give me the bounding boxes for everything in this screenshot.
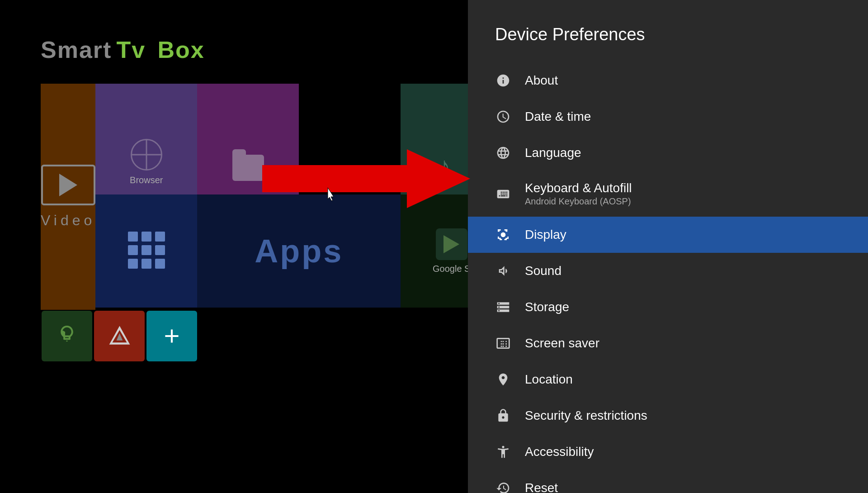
apps-label: Apps <box>255 232 343 270</box>
sidebar-item-location[interactable]: Location <box>468 361 868 398</box>
sound-text: Sound <box>525 264 561 278</box>
tile-browser[interactable]: Browser <box>95 84 197 194</box>
sidebar-item-language[interactable]: Language <box>468 135 868 171</box>
sidebar-item-accessibility[interactable]: Accessibility <box>468 434 868 470</box>
play-icon <box>59 174 77 196</box>
language-text: Language <box>525 146 581 160</box>
arcore-icon <box>107 324 132 349</box>
screensaver-label: Screen saver <box>525 336 599 351</box>
logo-smart: Smart <box>41 37 112 63</box>
location-text: Location <box>525 372 573 387</box>
keyboard-label: Keyboard & Autofill <box>525 181 632 195</box>
main-area: SmartTv Box Video Browser <box>0 0 468 493</box>
sidebar-item-screensaver[interactable]: Screen saver <box>468 325 868 361</box>
accessibility-icon <box>495 444 511 460</box>
display-text: Display <box>525 228 566 242</box>
reset-icon <box>495 480 511 493</box>
tile-apps-large[interactable]: Apps <box>197 194 401 308</box>
about-icon <box>495 72 511 89</box>
sidebar-item-reset[interactable]: Reset <box>468 470 868 493</box>
svg-marker-0 <box>262 149 470 208</box>
logo: SmartTv Box <box>41 36 205 63</box>
keyboard-icon <box>495 186 511 202</box>
apps-grid-icon <box>128 232 165 269</box>
sidebar-item-security[interactable]: Security & restrictions <box>468 398 868 434</box>
col-browser-files: Browser <box>95 84 197 310</box>
storage-icon <box>495 299 511 315</box>
reset-text: Reset <box>525 481 558 493</box>
display-label: Display <box>525 228 566 242</box>
play-triangle <box>443 235 459 253</box>
plus-icon <box>160 325 183 347</box>
tile-lightbulb[interactable] <box>42 311 92 361</box>
lightbulb-icon <box>56 324 78 349</box>
sidebar-title: Device Preferences <box>468 0 868 62</box>
accessibility-label: Accessibility <box>525 445 594 459</box>
folder-icon <box>232 155 264 181</box>
about-text: About <box>525 73 558 88</box>
security-label: Security & restrictions <box>525 408 647 423</box>
display-icon <box>495 227 511 243</box>
reset-label: Reset <box>525 481 558 493</box>
app-row-3 <box>41 310 468 362</box>
language-label: Language <box>525 146 581 160</box>
about-label: About <box>525 73 558 88</box>
red-arrow <box>262 149 470 208</box>
location-icon <box>495 371 511 388</box>
tile-add[interactable] <box>146 311 197 361</box>
browser-label: Browser <box>130 175 163 185</box>
tile-video[interactable]: Video <box>41 84 95 310</box>
logo-tv: Tv <box>116 37 146 63</box>
storage-text: Storage <box>525 300 569 314</box>
storage-label: Storage <box>525 300 569 314</box>
accessibility-text: Accessibility <box>525 445 594 459</box>
keyboard-text: Keyboard & Autofill Android Keyboard (AO… <box>525 181 632 207</box>
keyboard-sublabel: Android Keyboard (AOSP) <box>525 196 632 207</box>
google-label: Google S <box>433 264 470 274</box>
sound-icon <box>495 263 511 279</box>
sidebar-item-storage[interactable]: Storage <box>468 289 868 325</box>
tile-apps-small[interactable] <box>95 194 197 308</box>
security-icon <box>495 408 511 424</box>
sidebar-item-display[interactable]: Display <box>468 217 868 253</box>
sidebar: Device Preferences About Date & time <box>468 0 868 493</box>
video-label: Video <box>41 212 95 229</box>
screensaver-text: Screen saver <box>525 336 599 351</box>
sidebar-item-about[interactable]: About <box>468 62 868 99</box>
language-icon <box>495 145 511 161</box>
logo-box: Box <box>158 37 205 63</box>
google-play-icon <box>436 228 467 260</box>
sidebar-item-date-time[interactable]: Date & time <box>468 99 868 135</box>
sound-label: Sound <box>525 264 561 278</box>
video-icon <box>41 165 95 205</box>
screensaver-icon <box>495 335 511 351</box>
tile-arcore[interactable] <box>94 311 145 361</box>
location-label: Location <box>525 372 573 387</box>
date-time-label: Date & time <box>525 109 591 124</box>
security-text: Security & restrictions <box>525 408 647 423</box>
app-grid: Video Browser <box>41 84 468 362</box>
globe-icon <box>131 139 162 171</box>
date-time-text: Date & time <box>525 109 591 124</box>
sidebar-item-sound[interactable]: Sound <box>468 253 868 289</box>
clock-icon <box>495 109 511 125</box>
sidebar-item-keyboard[interactable]: Keyboard & Autofill Android Keyboard (AO… <box>468 171 868 217</box>
